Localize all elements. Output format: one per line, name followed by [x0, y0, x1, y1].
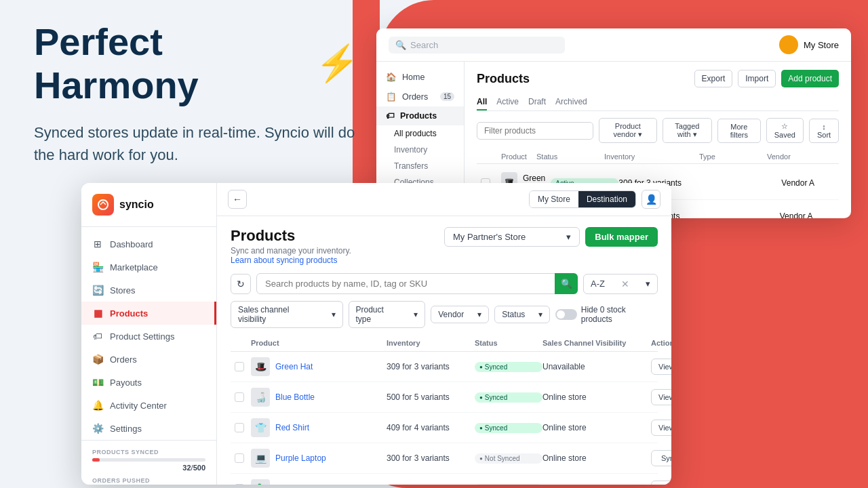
shopify-sub-inventory[interactable]: Inventory — [376, 142, 464, 158]
lightning-icon: ⚡ — [315, 43, 359, 84]
syncio-nav-dashboard[interactable]: ⊞ Dashboard — [81, 232, 216, 256]
syncio-nav-stores[interactable]: 🔄 Stores — [81, 279, 216, 302]
products-synced-bar — [92, 458, 205, 462]
syncio-nav-dashboard-label: Dashboard — [110, 239, 153, 249]
row4-product-link[interactable]: Purple Laptop — [275, 453, 326, 463]
row1-status-badge: Synced — [475, 362, 542, 372]
product-settings-icon: 🏷 — [92, 331, 103, 342]
shopify-tab-active[interactable]: Active — [496, 94, 519, 110]
shopify-export-button[interactable]: Export — [694, 70, 733, 87]
search-input-wrapper: 🔍 — [256, 273, 578, 294]
syncio-logo: syncio — [81, 194, 216, 227]
row2-product-link[interactable]: Blue Bottle — [275, 392, 315, 402]
status-label: Status — [502, 310, 525, 319]
row3-channel: Online store — [542, 423, 651, 432]
row2-channel: Online store — [542, 392, 651, 402]
row4-checkbox[interactable] — [235, 453, 244, 463]
col-status-header: Status — [475, 339, 542, 347]
learn-link[interactable]: Learn about syncing products — [231, 256, 337, 265]
shopify-products-title: Products — [477, 72, 530, 86]
shopify-more-filters[interactable]: More filters — [717, 119, 760, 143]
syncio-nav-settings[interactable]: ⚙️ Settings — [81, 417, 216, 440]
sort-clear-icon[interactable]: ✕ — [621, 279, 629, 289]
shopify-tab-all[interactable]: All — [477, 94, 487, 110]
row5-product-link[interactable]: Yellow Rubber Duck — [275, 484, 349, 485]
dashboard-icon: ⊞ — [92, 239, 103, 249]
syncio-nav-marketplace[interactable]: 🏪 Marketplace — [81, 256, 216, 279]
table-row: 🍶 Blue Bottle 500 for 5 variants Synced … — [231, 382, 658, 413]
products-synced-stat: PRODUCTS SYNCED 32/500 — [92, 449, 205, 472]
syncio-nav-product-settings[interactable]: 🏷 Product Settings — [81, 325, 216, 348]
sort-select[interactable]: A-Z ✕ ▾ — [583, 274, 658, 294]
refresh-button[interactable]: ↻ — [231, 274, 251, 294]
syncio-nav-stores-label: Stores — [110, 285, 136, 296]
sales-channel-filter[interactable]: Sales channel visibility ▾ — [231, 301, 343, 328]
row2-product-img: 🍶 — [251, 388, 270, 407]
shopify-table-header: Product Status Inventory Type Vendor — [477, 150, 839, 164]
row3-product-link[interactable]: Red Shirt — [275, 423, 309, 432]
syncio-nav-orders[interactable]: 📦 Orders — [81, 348, 216, 371]
shopify-nav-products[interactable]: 🏷 Products — [376, 106, 464, 125]
orders-nav-icon: 📦 — [92, 354, 103, 365]
row3-checkbox[interactable] — [235, 423, 244, 432]
row2-checkbox[interactable] — [235, 392, 244, 402]
hero-subtitle: Synced stores update in real-time. Synci… — [34, 121, 359, 166]
shopify-main-header: Products Export Import Add product — [477, 70, 839, 87]
my-store-toggle-btn[interactable]: My Store — [530, 191, 578, 207]
row4-product-img: 💻 — [251, 449, 270, 468]
shopify-saved-filter[interactable]: ☆ Saved — [766, 118, 804, 143]
partner-store-label: My Partner's Store — [453, 232, 526, 242]
destination-toggle-btn[interactable]: Destination — [578, 191, 635, 207]
shopify-store-avatar — [779, 35, 798, 54]
shopify-nav-orders[interactable]: 📋 Orders 15 — [376, 87, 464, 106]
shopify-sub-all-products[interactable]: All products — [376, 125, 464, 142]
row3-status-badge: Synced — [475, 423, 542, 433]
bulk-mapper-button[interactable]: Bulk mapper — [585, 227, 658, 247]
orders-icon: 📋 — [386, 92, 397, 102]
syncio-nav-payouts-label: Payouts — [110, 378, 142, 388]
partner-store-dropdown[interactable]: My Partner's Store ▾ — [444, 227, 580, 247]
shopify-import-button[interactable]: Import — [738, 70, 776, 87]
shopify-nav-home[interactable]: 🏠 Home — [376, 67, 464, 87]
shopify-tab-archived[interactable]: Archived — [555, 94, 587, 110]
products-synced-numbers: 32/500 — [92, 464, 205, 472]
row4-sync-button[interactable]: Sync — [651, 450, 671, 466]
shopify-col-status: Status — [536, 152, 604, 161]
row1-checkbox[interactable] — [235, 362, 244, 371]
search-input[interactable] — [256, 273, 578, 294]
sort-chevron-icon: ▾ — [646, 279, 650, 289]
shopify-sort-button[interactable]: ↕ Sort — [809, 119, 839, 143]
chevron-down-icon: ▾ — [566, 232, 571, 242]
status-filter[interactable]: Status ▾ — [494, 306, 550, 323]
product-type-filter[interactable]: Product type ▾ — [349, 301, 426, 328]
products-page-title: Products — [231, 227, 351, 245]
products-subtitle-text: Sync and manage your inventory. — [231, 246, 351, 256]
shopify-search[interactable]: 🔍 Search — [389, 37, 565, 54]
shopify-vendor-filter[interactable]: Product vendor ▾ — [599, 118, 657, 143]
user-icon-button[interactable]: 👤 — [642, 190, 660, 209]
row2-view-sync-button[interactable]: View sync — [651, 389, 671, 405]
payouts-icon: 💵 — [92, 377, 103, 388]
shopify-tab-draft[interactable]: Draft — [528, 94, 546, 110]
syncio-nav-payouts[interactable]: 💵 Payouts — [81, 371, 216, 394]
row5-checkbox[interactable] — [235, 484, 244, 485]
syncio-nav-activity[interactable]: 🔔 Activity Center — [81, 394, 216, 417]
status-chevron: ▾ — [538, 310, 542, 319]
row1-product-link[interactable]: Green Hat — [275, 362, 313, 371]
row1-channel: Unavailable — [542, 362, 651, 371]
search-submit-button[interactable]: 🔍 — [555, 273, 578, 294]
syncio-sidebar: syncio ⊞ Dashboard 🏪 Marketplace 🔄 Store… — [81, 183, 217, 485]
row3-view-sync-button[interactable]: View sync — [651, 420, 671, 436]
shopify-tagged-filter[interactable]: Tagged with ▾ — [663, 118, 713, 143]
hide-zero-stock-toggle[interactable] — [555, 309, 576, 320]
row1-view-sync-button[interactable]: View sync — [651, 359, 671, 375]
shopify-sub-transfers[interactable]: Transfers — [376, 158, 464, 174]
shopify-filter-input[interactable] — [477, 122, 593, 140]
syncio-nav-products[interactable]: ▦ Products — [81, 302, 216, 325]
vendor-filter[interactable]: Vendor ▾ — [431, 306, 489, 323]
back-button[interactable]: ← — [228, 190, 247, 209]
orders-pushed-label: ORDERS PUSHED — [92, 477, 205, 484]
row2-product-cell: 🍶 Blue Bottle — [251, 388, 387, 407]
shopify-row1-vendor: Vendor A — [781, 178, 849, 188]
shopify-add-product-button[interactable]: Add product — [781, 70, 839, 87]
